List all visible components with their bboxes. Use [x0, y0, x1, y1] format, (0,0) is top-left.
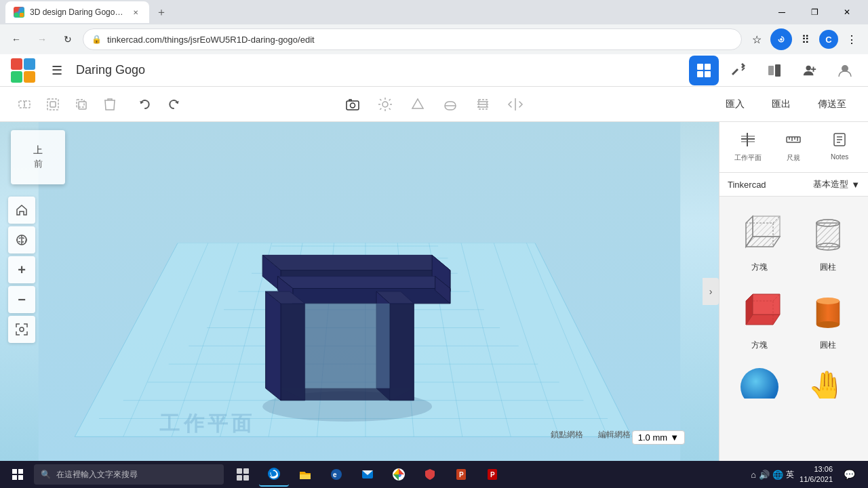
taskbar-powerpoint-2[interactable]: P — [477, 462, 507, 487]
menu-button[interactable]: ⋮ — [841, 28, 863, 50]
duplicate-button[interactable] — [68, 91, 95, 118]
svg-rect-0 — [14, 7, 18, 12]
snap-dropdown-icon: ▼ — [670, 432, 679, 443]
back-button[interactable]: ← — [5, 28, 27, 50]
taskbar-outlook[interactable] — [353, 462, 382, 487]
shape-item-wire-cube[interactable]: 方塊 — [725, 202, 794, 280]
tray-icon-2[interactable]: 🔊 — [759, 470, 770, 480]
files-button[interactable] — [760, 56, 789, 85]
shape-tool-1[interactable] — [404, 91, 431, 118]
camera-view-button[interactable] — [339, 91, 366, 118]
svg-rect-96 — [787, 137, 800, 142]
shape-item-gesture[interactable]: 🤚 — [794, 358, 863, 405]
new-tab-button[interactable]: ＋ — [152, 3, 171, 22]
start-button[interactable] — [3, 462, 33, 487]
close-button[interactable]: ✕ — [831, 1, 863, 23]
notification-center-button[interactable]: 💬 — [838, 462, 860, 487]
taskbar-search[interactable]: 🔍 在這裡輸入文字來搜尋 — [34, 464, 224, 485]
workplane-icon — [740, 131, 756, 152]
shape-item-sphere[interactable] — [725, 358, 794, 405]
svg-rect-12 — [775, 64, 781, 77]
svg-marker-86 — [305, 304, 390, 388]
taskbar-clock[interactable]: 13:06 11/6/2021 — [800, 464, 833, 485]
taskbar-powerpoint[interactable]: P — [446, 462, 476, 487]
workplane-label: 工作平面 — [734, 153, 762, 163]
svg-marker-34 — [412, 99, 423, 108]
svg-rect-9 — [705, 71, 711, 77]
address-bar[interactable]: 🔒 tinkercad.com/things/jsrEoWU5R1D-darin… — [83, 28, 742, 50]
grid-view-button[interactable] — [689, 56, 719, 85]
redo-button[interactable] — [160, 91, 187, 118]
minimize-button[interactable]: ─ — [766, 1, 797, 23]
edit-buttons — [11, 91, 123, 118]
tray-icon-1[interactable]: ⌂ — [751, 470, 756, 480]
ungroup-button[interactable] — [39, 91, 66, 118]
tools-button[interactable] — [724, 56, 754, 85]
zoom-out-button[interactable]: − — [8, 286, 35, 313]
svg-rect-18 — [24, 101, 30, 108]
svg-line-29 — [389, 108, 391, 109]
svg-rect-6 — [697, 64, 703, 70]
task-view-button[interactable] — [228, 462, 258, 487]
zoom-in-button[interactable]: + — [8, 256, 35, 283]
group-button[interactable] — [11, 91, 38, 118]
taskbar-edge-browser[interactable] — [259, 462, 289, 487]
light-button[interactable] — [372, 91, 399, 118]
taskbar-security[interactable] — [415, 462, 445, 487]
tinkercad-logo[interactable] — [8, 58, 38, 83]
workplane-button[interactable]: 工作平面 — [728, 127, 768, 167]
shape-name-solid-cylinder: 圓柱 — [820, 340, 836, 351]
bookmark-button[interactable]: ☆ — [746, 28, 768, 50]
browser-tab[interactable]: 3D design Daring Gogo | Tinke... ✕ — [5, 1, 149, 23]
svg-point-125 — [816, 298, 840, 304]
undo-button[interactable] — [132, 91, 159, 118]
ruler-button[interactable]: 尺規 — [773, 127, 814, 167]
provider-label: Tinkercad — [728, 180, 766, 190]
svg-rect-3 — [20, 13, 24, 17]
import-export-buttons: 匯入 匯出 傳送至 — [715, 94, 857, 115]
extensions-button[interactable]: ⠿ — [795, 28, 816, 50]
maximize-button[interactable]: ❐ — [799, 1, 830, 23]
snap-value[interactable]: 1.0 mm ▼ — [632, 430, 685, 445]
add-user-button[interactable] — [795, 56, 825, 85]
view-cube[interactable]: 上 前 — [11, 130, 65, 184]
category-dropdown[interactable]: 基本造型 ▼ — [813, 178, 860, 190]
shape-item-solid-cylinder[interactable]: 圓柱 — [794, 280, 863, 358]
system-tray-icons: ⌂ 🔊 🌐 英 — [751, 469, 794, 481]
home-view-button[interactable] — [8, 197, 35, 224]
delete-button[interactable] — [96, 91, 123, 118]
shape-item-wire-cylinder[interactable]: 圓柱 — [794, 202, 863, 280]
svg-text:P: P — [459, 471, 464, 479]
taskbar-ie[interactable]: e — [321, 462, 351, 487]
fit-view-button[interactable] — [8, 316, 35, 343]
send-button[interactable]: 傳送至 — [807, 94, 857, 115]
chrome-update-icon[interactable] — [770, 28, 792, 50]
tab-close-button[interactable]: ✕ — [130, 7, 141, 18]
svg-text:P: P — [490, 471, 495, 479]
panel-toggle-button[interactable]: › — [703, 278, 719, 305]
project-name[interactable]: Daring Gogo — [76, 63, 145, 77]
profile-avatar[interactable]: C — [819, 30, 838, 49]
svg-rect-132 — [12, 475, 17, 480]
notes-button[interactable]: Notes — [819, 127, 860, 167]
export-button[interactable]: 匯出 — [761, 94, 802, 115]
hamburger-menu-button[interactable]: ☰ — [46, 60, 68, 81]
svg-text:工作平面: 工作平面 — [159, 412, 255, 434]
shape-item-solid-cube[interactable]: 方塊 — [725, 280, 794, 358]
forward-button[interactable]: → — [31, 28, 53, 50]
shape-tool-2[interactable] — [437, 91, 464, 118]
ruler-label: 尺規 — [787, 153, 800, 163]
3d-viewport[interactable]: 工作平面 上 前 — [0, 122, 719, 461]
taskbar-chrome[interactable] — [384, 462, 414, 487]
lang-indicator[interactable]: 英 — [786, 469, 794, 481]
svg-rect-1 — [20, 7, 24, 12]
browser-right-icons: ☆ ⠿ C ⋮ — [746, 28, 863, 50]
profile-icon-button[interactable] — [830, 56, 860, 85]
taskbar-file-explorer[interactable] — [290, 462, 320, 487]
orbit-button[interactable] — [8, 226, 35, 253]
align-button[interactable] — [469, 91, 496, 118]
tray-icon-network[interactable]: 🌐 — [772, 470, 783, 480]
reload-button[interactable]: ↻ — [57, 28, 79, 50]
mirror-button[interactable] — [502, 91, 529, 118]
import-button[interactable]: 匯入 — [715, 94, 755, 115]
